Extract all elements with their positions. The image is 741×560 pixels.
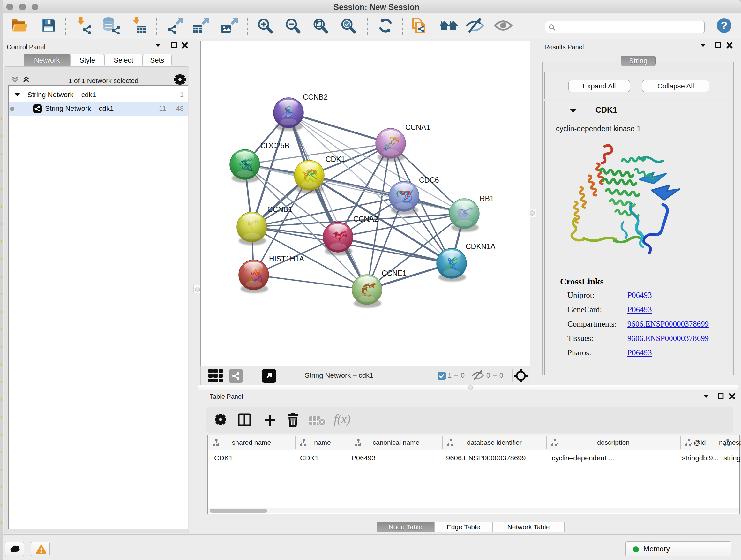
table-cell[interactable]: stringdb:9...: [682, 454, 719, 462]
import-network-database-icon[interactable]: [102, 17, 121, 36]
table-cell[interactable]: cyclin–dependent ...: [552, 454, 614, 462]
crosslink-value-link[interactable]: 9606.ENSP00000378699: [627, 320, 709, 328]
tab-string[interactable]: String: [621, 56, 656, 66]
import-network-icon[interactable]: [75, 17, 93, 36]
zoom-fit-icon[interactable]: [313, 17, 328, 35]
left-split-grip[interactable]: [195, 287, 200, 292]
node-CDC25B[interactable]: [230, 149, 260, 183]
edge-CCNB2-CCNA1[interactable]: [288, 113, 391, 143]
node-CCNE1[interactable]: [352, 274, 382, 308]
table-cell[interactable]: CDK1: [214, 454, 233, 462]
column-header-canonical-name[interactable]: canonical name: [350, 435, 442, 450]
open-in-new-window-icon[interactable]: [262, 369, 276, 384]
zoom-selected-icon[interactable]: [340, 17, 356, 35]
network-graph[interactable]: CCNB2CCNA1CDC25BCDK1CDC6RB1CCNB1CCNA2CDK…: [201, 41, 530, 366]
network-options-gear-icon[interactable]: [174, 73, 186, 87]
node-HIST1H1A[interactable]: [239, 260, 269, 293]
crosslink-value-link[interactable]: 9606.ENSP00000378699: [627, 334, 709, 343]
column-header-description[interactable]: description: [546, 435, 680, 450]
tab-style[interactable]: Style: [70, 54, 105, 67]
table-cell[interactable]: 9606.ENSP00000378699: [446, 454, 526, 462]
table-panel-menu-icon[interactable]: [702, 392, 711, 401]
table-cell[interactable]: P06493: [351, 454, 376, 462]
memory-button[interactable]: Memory: [625, 542, 731, 557]
hide-selected-icon[interactable]: [466, 17, 484, 35]
tab-edge-table[interactable]: Edge Table: [434, 522, 492, 532]
expand-all-button[interactable]: Expand All: [568, 80, 630, 92]
gene-section-header[interactable]: CDK1: [545, 101, 731, 119]
network-tree-label[interactable]: String Network – cdk1: [27, 91, 96, 99]
clone-network-icon[interactable]: [412, 17, 429, 36]
crosslink-value-link[interactable]: P06493: [627, 348, 652, 357]
node-CCNB1[interactable]: [237, 212, 267, 245]
export-network-icon[interactable]: [166, 17, 185, 36]
results-panel-float-icon[interactable]: [714, 41, 723, 51]
table-cell[interactable]: CDK1: [300, 454, 319, 462]
results-panel-menu-icon[interactable]: [699, 41, 707, 51]
edge-CDK1-RB1[interactable]: [309, 175, 464, 213]
column-header-shared-name[interactable]: shared name: [208, 435, 295, 450]
tab-select[interactable]: Select: [105, 54, 143, 67]
table-hscrollbar[interactable]: [208, 508, 739, 513]
table-split-band[interactable]: [198, 385, 738, 390]
cloud-button[interactable]: [5, 542, 24, 556]
column-header-namespace[interactable]: namespace: [719, 435, 740, 450]
column-header-database-identifier[interactable]: database identifier: [442, 435, 546, 450]
edge-CCNB1-CCNA1[interactable]: [252, 143, 391, 227]
table-hscrollbar-thumb[interactable]: [210, 509, 267, 513]
network-share-icon[interactable]: [229, 369, 243, 384]
node-RB1[interactable]: [449, 199, 479, 232]
selected-checkbox-icon[interactable]: [437, 372, 446, 381]
table-settings-gear-icon[interactable]: [214, 414, 226, 427]
control-panel-float-icon[interactable]: [170, 41, 179, 51]
export-image-icon[interactable]: [220, 17, 239, 36]
tab-network-table[interactable]: Network Table: [492, 522, 564, 532]
apply-layout-icon[interactable]: [377, 17, 394, 35]
table-panel-float-icon[interactable]: [717, 392, 725, 401]
collapse-all-button[interactable]: Collapse All: [642, 80, 710, 92]
network-tree-label[interactable]: String Network – cdk1: [45, 105, 114, 113]
node-CDKN1A[interactable]: [436, 248, 467, 282]
first-neighbors-icon[interactable]: [439, 17, 459, 35]
control-panel-close-icon[interactable]: [181, 41, 189, 51]
edge-CCNE1-HIST1H1A[interactable]: [254, 275, 367, 290]
network-tree-row[interactable]: String Network – cdk11148: [9, 102, 188, 116]
import-table-icon[interactable]: [130, 17, 148, 36]
zoom-in-icon[interactable]: [257, 17, 273, 35]
save-session-icon[interactable]: [40, 17, 57, 35]
show-columns-icon[interactable]: [238, 414, 251, 428]
delete-column-icon[interactable]: [287, 413, 299, 428]
search-input[interactable]: [545, 21, 704, 33]
network-canvas[interactable]: CCNB2CCNA1CDC25BCDK1CDC6RB1CCNB1CCNA2CDK…: [200, 41, 530, 366]
zoom-out-icon[interactable]: [285, 17, 300, 35]
results-panel-close-icon[interactable]: [725, 41, 734, 51]
node-CDC6[interactable]: [389, 181, 419, 214]
crosslink-value-link[interactable]: P06493: [627, 305, 652, 314]
show-all-icon[interactable]: [494, 19, 513, 34]
column-header--id[interactable]: @id: [680, 435, 719, 450]
node-CCNA1[interactable]: [376, 128, 406, 162]
table-split-grip[interactable]: [468, 385, 473, 390]
table-cell[interactable]: stringdb: [724, 454, 741, 462]
tree-expander-icon[interactable]: [13, 91, 21, 100]
birdseye-crosshair-icon[interactable]: [514, 369, 528, 384]
birdseye-grid-icon[interactable]: [208, 369, 223, 384]
node-CCNB2[interactable]: [273, 98, 304, 131]
column-header-name[interactable]: name: [295, 435, 350, 450]
control-panel-menu-icon[interactable]: [154, 41, 162, 51]
warnings-button[interactable]: [31, 542, 50, 556]
tab-sets[interactable]: Sets: [143, 54, 172, 67]
network-tree-row[interactable]: String Network – cdk11: [9, 88, 188, 102]
export-table-icon[interactable]: [192, 17, 211, 36]
node-CDK1[interactable]: [294, 160, 324, 193]
tab-network[interactable]: Network: [23, 54, 70, 67]
node-table[interactable]: shared namenamecanonical namedatabase id…: [207, 435, 740, 514]
node-CCNA2[interactable]: [323, 222, 353, 255]
add-column-icon[interactable]: [263, 414, 277, 428]
crosslink-value-link[interactable]: P06493: [627, 291, 652, 300]
tab-node-table[interactable]: Node Table: [377, 522, 434, 532]
gene-collapse-icon[interactable]: [568, 107, 578, 116]
open-session-icon[interactable]: [10, 17, 28, 35]
help-icon[interactable]: ?: [716, 17, 732, 35]
table-panel-close-icon[interactable]: [728, 392, 736, 401]
